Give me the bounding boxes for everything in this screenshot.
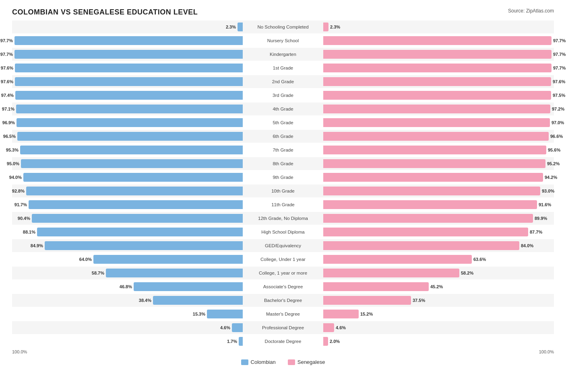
- legend-colombian-box: [241, 359, 248, 365]
- left-bar-container: 90.4%: [12, 212, 243, 225]
- left-bar-container: 64.0%: [12, 253, 243, 266]
- chart-row: 97.6% 2nd Grade 97.6%: [12, 75, 554, 88]
- chart-row: 91.7% 11th Grade 91.6%: [12, 198, 554, 211]
- val-right: 2.0%: [330, 339, 340, 344]
- bar-right: 93.0%: [323, 187, 540, 195]
- bar-left: 97.7%: [14, 50, 243, 59]
- row-label: 5th Grade: [243, 120, 323, 125]
- row-label: 6th Grade: [243, 134, 323, 139]
- bar-left: 92.8%: [26, 187, 243, 195]
- bottom-labels: 100.0% 100.0%: [12, 349, 554, 354]
- val-left: 64.0%: [79, 257, 92, 262]
- chart-row: 38.4% Bachelor's Degree 37.5%: [12, 294, 554, 307]
- left-bar-container: 84.9%: [12, 239, 243, 252]
- row-label: High School Diploma: [243, 230, 323, 234]
- bar-left: 1.7%: [239, 337, 243, 346]
- bar-right: 84.0%: [323, 241, 519, 250]
- legend-senegalese-label: Senegalese: [297, 359, 325, 365]
- chart-row: 97.4% 3rd Grade 97.5%: [12, 89, 554, 102]
- bar-left: 46.8%: [134, 282, 243, 291]
- bar-right: 96.6%: [323, 132, 549, 141]
- bar-right: 95.6%: [323, 146, 546, 154]
- row-label: College, 1 year or more: [243, 271, 323, 275]
- val-left: 97.7%: [0, 38, 13, 43]
- bar-right: 87.7%: [323, 228, 528, 236]
- chart-row: 88.1% High School Diploma 87.7%: [12, 226, 554, 238]
- bottom-left-label: 100.0%: [12, 349, 27, 354]
- val-right: 89.9%: [535, 216, 547, 221]
- left-bar-container: 94.0%: [12, 171, 243, 184]
- bar-right: 45.2%: [323, 282, 429, 291]
- val-left: 38.4%: [139, 298, 151, 303]
- bar-right: 89.9%: [323, 214, 533, 223]
- right-bar-container: 2.3%: [323, 21, 554, 33]
- chart-row: 46.8% Associate's Degree 45.2%: [12, 280, 554, 293]
- val-right: 97.2%: [552, 107, 564, 111]
- bar-left: 91.7%: [29, 200, 243, 209]
- chart-row: 97.1% 4th Grade 97.2%: [12, 103, 554, 115]
- val-left: 90.4%: [18, 216, 30, 221]
- bar-right: 95.2%: [323, 159, 545, 168]
- bar-left: 97.6%: [15, 77, 243, 86]
- chart-row: 97.6% 1st Grade 97.7%: [12, 62, 554, 74]
- bar-right: 97.7%: [323, 36, 552, 45]
- bar-left: 95.3%: [20, 146, 243, 154]
- row-label: 1st Grade: [243, 66, 323, 70]
- chart-row: 97.7% Kindergarten 97.7%: [12, 48, 554, 61]
- left-bar-container: 95.3%: [12, 144, 243, 156]
- left-bar-container: 92.8%: [12, 185, 243, 197]
- bar-right: 2.3%: [323, 23, 328, 31]
- val-left: 97.6%: [1, 79, 13, 84]
- val-right: 97.7%: [553, 52, 566, 57]
- val-left: 58.7%: [92, 271, 104, 275]
- bar-right: 97.6%: [323, 77, 551, 86]
- left-bar-container: 96.9%: [12, 116, 243, 129]
- right-bar-container: 63.6%: [323, 253, 554, 266]
- row-label: Kindergarten: [243, 52, 323, 57]
- row-label: 9th Grade: [243, 175, 323, 180]
- right-bar-container: 15.2%: [323, 308, 554, 320]
- right-bar-container: 95.2%: [323, 157, 554, 170]
- row-label: 8th Grade: [243, 161, 323, 166]
- val-left: 97.7%: [0, 52, 13, 57]
- bar-left: 97.1%: [16, 105, 243, 113]
- right-bar-container: 58.2%: [323, 267, 554, 279]
- left-bar-container: 97.7%: [12, 48, 243, 61]
- val-right: 58.2%: [461, 271, 473, 275]
- bar-right: 91.6%: [323, 200, 537, 209]
- left-bar-container: 15.3%: [12, 308, 243, 320]
- row-label: Doctorate Degree: [243, 339, 323, 344]
- right-bar-container: 37.5%: [323, 294, 554, 307]
- legend-colombian-label: Colombian: [251, 359, 276, 365]
- right-bar-container: 97.7%: [323, 48, 554, 61]
- right-bar-container: 96.6%: [323, 130, 554, 143]
- left-bar-container: 97.6%: [12, 62, 243, 74]
- val-left: 96.9%: [2, 120, 15, 125]
- val-right: 96.6%: [550, 134, 563, 139]
- bar-right: 58.2%: [323, 269, 459, 277]
- chart-row: 95.0% 8th Grade 95.2%: [12, 157, 554, 170]
- bar-left: 58.7%: [106, 269, 243, 277]
- chart-row: 15.3% Master's Degree 15.2%: [12, 308, 554, 320]
- val-left: 97.6%: [1, 66, 13, 70]
- val-right: 45.2%: [430, 284, 443, 289]
- left-bar-container: 46.8%: [12, 280, 243, 293]
- chart-row: 1.7% Doctorate Degree 2.0%: [12, 335, 554, 348]
- row-label: Associate's Degree: [243, 284, 323, 289]
- right-bar-container: 97.2%: [323, 103, 554, 115]
- chart-row: 96.5% 6th Grade 96.6%: [12, 130, 554, 143]
- row-label: Professional Degree: [243, 325, 323, 330]
- right-bar-container: 84.0%: [323, 239, 554, 252]
- left-bar-container: 2.3%: [12, 21, 243, 33]
- bar-left: 4.6%: [232, 323, 243, 332]
- bar-left: 97.4%: [15, 91, 243, 100]
- left-bar-container: 38.4%: [12, 294, 243, 307]
- bar-right: 94.2%: [323, 173, 543, 182]
- val-left: 95.0%: [7, 161, 19, 166]
- val-left: 96.5%: [3, 134, 16, 139]
- val-right: 15.2%: [360, 312, 373, 316]
- right-bar-container: 95.6%: [323, 144, 554, 156]
- val-left: 88.1%: [23, 230, 35, 234]
- val-left: 92.8%: [12, 189, 25, 193]
- chart-row: 90.4% 12th Grade, No Diploma 89.9%: [12, 212, 554, 225]
